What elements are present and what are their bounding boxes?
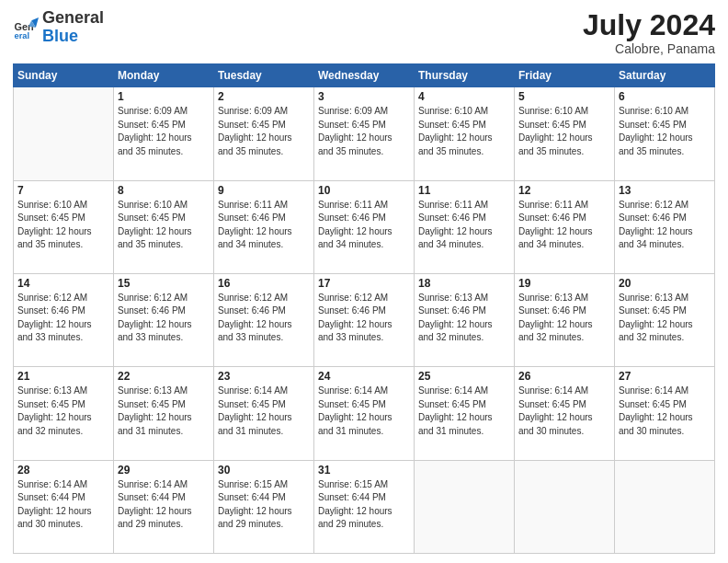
day-info: Sunrise: 6:10 AMSunset: 6:45 PMDaylight:… — [17, 199, 109, 252]
day-info: Sunrise: 6:14 AMSunset: 6:45 PMDaylight:… — [619, 385, 711, 438]
calendar-cell: 20Sunrise: 6:13 AMSunset: 6:45 PMDayligh… — [615, 273, 715, 366]
day-info: Sunrise: 6:10 AMSunset: 6:45 PMDaylight:… — [118, 199, 210, 252]
day-number: 7 — [17, 184, 109, 197]
day-info: Sunrise: 6:12 AMSunset: 6:46 PMDaylight:… — [318, 292, 410, 345]
calendar-cell: 27Sunrise: 6:14 AMSunset: 6:45 PMDayligh… — [615, 367, 715, 460]
day-info: Sunrise: 6:11 AMSunset: 6:46 PMDaylight:… — [218, 199, 310, 252]
calendar-cell: 29Sunrise: 6:14 AMSunset: 6:44 PMDayligh… — [114, 460, 214, 553]
day-info: Sunrise: 6:12 AMSunset: 6:46 PMDaylight:… — [619, 199, 711, 252]
day-info: Sunrise: 6:14 AMSunset: 6:44 PMDaylight:… — [118, 478, 210, 532]
day-number: 13 — [619, 184, 711, 197]
day-number: 16 — [218, 277, 310, 290]
day-number: 14 — [17, 277, 109, 290]
day-number: 20 — [619, 277, 711, 290]
calendar-cell: 22Sunrise: 6:13 AMSunset: 6:45 PMDayligh… — [114, 367, 214, 460]
calendar-cell: 12Sunrise: 6:11 AMSunset: 6:46 PMDayligh… — [515, 180, 615, 273]
day-info: Sunrise: 6:09 AMSunset: 6:45 PMDaylight:… — [118, 105, 210, 158]
day-number: 10 — [318, 184, 410, 197]
calendar-cell: 9Sunrise: 6:11 AMSunset: 6:46 PMDaylight… — [214, 180, 314, 273]
day-info: Sunrise: 6:09 AMSunset: 6:45 PMDaylight:… — [318, 105, 410, 158]
day-info: Sunrise: 6:14 AMSunset: 6:45 PMDaylight:… — [218, 385, 310, 438]
day-info: Sunrise: 6:11 AMSunset: 6:46 PMDaylight:… — [518, 199, 610, 252]
day-number: 3 — [318, 90, 410, 103]
logo: Gen eral General Blue — [13, 9, 104, 46]
day-info: Sunrise: 6:11 AMSunset: 6:46 PMDaylight:… — [318, 199, 410, 252]
day-info: Sunrise: 6:13 AMSunset: 6:45 PMDaylight:… — [17, 385, 109, 438]
calendar-header-row: SundayMondayTuesdayWednesdayThursdayFrid… — [14, 64, 715, 87]
calendar-cell: 11Sunrise: 6:11 AMSunset: 6:46 PMDayligh… — [415, 180, 515, 273]
day-info: Sunrise: 6:09 AMSunset: 6:45 PMDaylight:… — [218, 105, 310, 158]
day-number: 18 — [418, 277, 510, 290]
logo-blue: Blue — [42, 27, 78, 45]
day-info: Sunrise: 6:15 AMSunset: 6:44 PMDaylight:… — [318, 478, 410, 532]
calendar-cell — [14, 87, 114, 180]
calendar-cell — [615, 460, 715, 553]
calendar-week-row: 14Sunrise: 6:12 AMSunset: 6:46 PMDayligh… — [14, 273, 715, 366]
day-info: Sunrise: 6:11 AMSunset: 6:46 PMDaylight:… — [418, 199, 510, 252]
calendar-cell: 28Sunrise: 6:14 AMSunset: 6:44 PMDayligh… — [14, 460, 114, 553]
day-of-week-header: Tuesday — [214, 64, 314, 87]
day-of-week-header: Saturday — [615, 64, 715, 87]
day-number: 19 — [518, 277, 610, 290]
day-info: Sunrise: 6:10 AMSunset: 6:45 PMDaylight:… — [518, 105, 610, 158]
calendar-cell: 30Sunrise: 6:15 AMSunset: 6:44 PMDayligh… — [214, 460, 314, 553]
day-number: 28 — [17, 464, 109, 477]
logo-text: General Blue — [42, 9, 104, 46]
day-number: 30 — [218, 464, 310, 477]
calendar-cell: 4Sunrise: 6:10 AMSunset: 6:45 PMDaylight… — [415, 87, 515, 180]
calendar-cell: 19Sunrise: 6:13 AMSunset: 6:46 PMDayligh… — [515, 273, 615, 366]
calendar-week-row: 28Sunrise: 6:14 AMSunset: 6:44 PMDayligh… — [14, 460, 715, 553]
day-number: 5 — [518, 90, 610, 103]
day-info: Sunrise: 6:14 AMSunset: 6:45 PMDaylight:… — [318, 385, 410, 438]
month-year: July 2024 — [583, 9, 715, 41]
logo-icon: Gen eral — [13, 15, 39, 40]
calendar-cell — [515, 460, 615, 553]
calendar-week-row: 1Sunrise: 6:09 AMSunset: 6:45 PMDaylight… — [14, 87, 715, 180]
title-block: July 2024 Calobre, Panama — [583, 9, 715, 56]
calendar-cell: 17Sunrise: 6:12 AMSunset: 6:46 PMDayligh… — [314, 273, 415, 366]
day-info: Sunrise: 6:10 AMSunset: 6:45 PMDaylight:… — [418, 105, 510, 158]
day-info: Sunrise: 6:13 AMSunset: 6:45 PMDaylight:… — [619, 292, 711, 345]
day-info: Sunrise: 6:10 AMSunset: 6:45 PMDaylight:… — [619, 105, 711, 158]
svg-text:eral: eral — [15, 31, 30, 40]
day-info: Sunrise: 6:13 AMSunset: 6:46 PMDaylight:… — [418, 292, 510, 345]
day-of-week-header: Thursday — [415, 64, 515, 87]
day-number: 4 — [418, 90, 510, 103]
calendar-cell — [415, 460, 515, 553]
logo-general: General — [42, 8, 104, 27]
day-info: Sunrise: 6:12 AMSunset: 6:46 PMDaylight:… — [17, 292, 109, 345]
day-number: 6 — [619, 90, 711, 103]
day-number: 26 — [518, 370, 610, 383]
calendar-cell: 16Sunrise: 6:12 AMSunset: 6:46 PMDayligh… — [214, 273, 314, 366]
day-number: 8 — [118, 184, 210, 197]
day-info: Sunrise: 6:12 AMSunset: 6:46 PMDaylight:… — [118, 292, 210, 345]
calendar-cell: 1Sunrise: 6:09 AMSunset: 6:45 PMDaylight… — [114, 87, 214, 180]
day-number: 15 — [118, 277, 210, 290]
calendar-cell: 3Sunrise: 6:09 AMSunset: 6:45 PMDaylight… — [314, 87, 415, 180]
day-info: Sunrise: 6:14 AMSunset: 6:45 PMDaylight:… — [418, 385, 510, 438]
calendar-cell: 25Sunrise: 6:14 AMSunset: 6:45 PMDayligh… — [415, 367, 515, 460]
calendar-cell: 7Sunrise: 6:10 AMSunset: 6:45 PMDaylight… — [14, 180, 114, 273]
calendar-cell: 23Sunrise: 6:14 AMSunset: 6:45 PMDayligh… — [214, 367, 314, 460]
day-number: 12 — [518, 184, 610, 197]
day-info: Sunrise: 6:14 AMSunset: 6:44 PMDaylight:… — [17, 478, 109, 532]
day-number: 2 — [218, 90, 310, 103]
day-number: 21 — [17, 370, 109, 383]
day-info: Sunrise: 6:14 AMSunset: 6:45 PMDaylight:… — [518, 385, 610, 438]
calendar-cell: 15Sunrise: 6:12 AMSunset: 6:46 PMDayligh… — [114, 273, 214, 366]
calendar-cell: 13Sunrise: 6:12 AMSunset: 6:46 PMDayligh… — [615, 180, 715, 273]
calendar-cell: 24Sunrise: 6:14 AMSunset: 6:45 PMDayligh… — [314, 367, 415, 460]
day-of-week-header: Wednesday — [314, 64, 415, 87]
day-number: 27 — [619, 370, 711, 383]
calendar-cell: 21Sunrise: 6:13 AMSunset: 6:45 PMDayligh… — [14, 367, 114, 460]
calendar-cell: 2Sunrise: 6:09 AMSunset: 6:45 PMDaylight… — [214, 87, 314, 180]
calendar-cell: 18Sunrise: 6:13 AMSunset: 6:46 PMDayligh… — [415, 273, 515, 366]
day-number: 11 — [418, 184, 510, 197]
calendar-cell: 14Sunrise: 6:12 AMSunset: 6:46 PMDayligh… — [14, 273, 114, 366]
day-number: 1 — [118, 90, 210, 103]
day-number: 31 — [318, 464, 410, 477]
calendar-table: SundayMondayTuesdayWednesdayThursdayFrid… — [13, 63, 715, 554]
day-number: 23 — [218, 370, 310, 383]
day-number: 25 — [418, 370, 510, 383]
day-number: 9 — [218, 184, 310, 197]
